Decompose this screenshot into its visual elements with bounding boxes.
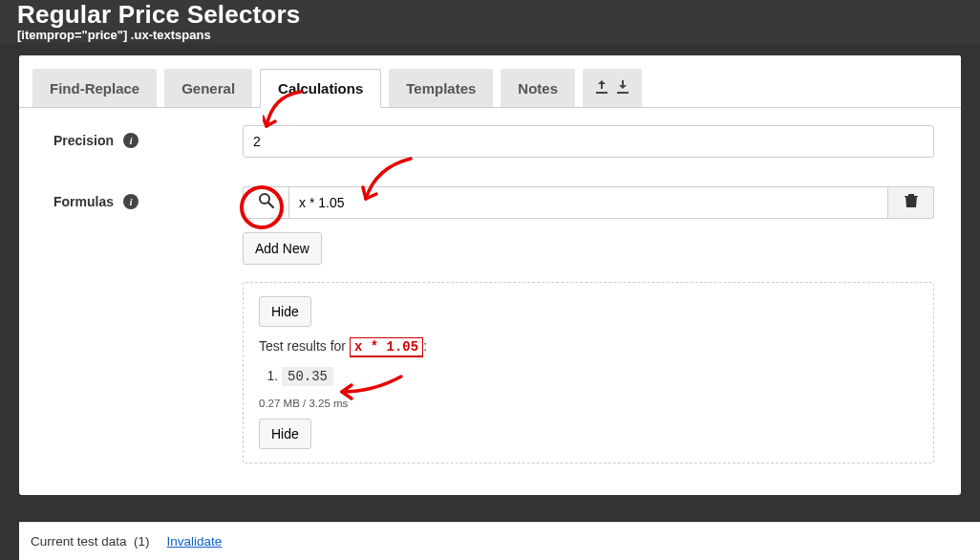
tab-templates[interactable]: Templates (389, 69, 493, 107)
trash-icon (905, 193, 918, 212)
test-stats: 0.27 MB / 3.25 ms (259, 398, 918, 409)
svg-line-1 (268, 203, 273, 207)
hide-results-button-top[interactable]: Hide (259, 296, 311, 327)
download-icon (617, 80, 628, 97)
footer-bar: Current test data (1) Invalidate (19, 522, 980, 560)
highlighted-formula: x * 1.05 (350, 337, 423, 357)
search-icon (258, 192, 275, 213)
tab-general[interactable]: General (164, 69, 252, 107)
delete-formula-button[interactable] (888, 186, 934, 219)
panel-tabs: Find-Replace General Calculations Templa… (19, 55, 961, 107)
test-results-header: Test results for x * 1.05: (259, 338, 918, 355)
info-icon[interactable]: i (123, 133, 138, 148)
tab-import-export[interactable] (583, 69, 642, 107)
test-results-box: Hide Test results for x * 1.05: 50.35 0.… (243, 282, 934, 463)
page-title: Regular Price Selectors (17, 0, 963, 30)
tab-find-replace[interactable]: Find-Replace (32, 69, 157, 107)
formula-input[interactable] (288, 186, 888, 219)
info-icon[interactable]: i (123, 194, 138, 209)
page-header: Regular Price Selectors [itemprop="price… (0, 0, 980, 48)
page-subtitle: [itemprop="price"] .ux-textspans (17, 28, 963, 42)
precision-input[interactable] (243, 125, 934, 158)
tab-notes[interactable]: Notes (501, 69, 575, 107)
add-formula-button[interactable]: Add New (243, 232, 322, 265)
precision-label: Precision i (53, 125, 243, 148)
formulas-label: Formulas i (53, 186, 243, 209)
current-test-data-label: Current test data (1) (31, 534, 150, 549)
tab-calculations[interactable]: Calculations (260, 69, 381, 108)
test-results-list: 50.35 (282, 368, 918, 384)
hide-results-button-bottom[interactable]: Hide (259, 419, 311, 449)
upload-icon (596, 80, 607, 97)
test-formula-button[interactable] (243, 186, 288, 219)
calculations-panel: Find-Replace General Calculations Templa… (19, 55, 961, 495)
invalidate-link[interactable]: Invalidate (167, 534, 223, 549)
test-result-value: 50.35 (282, 367, 333, 386)
test-result-item: 50.35 (282, 368, 918, 384)
